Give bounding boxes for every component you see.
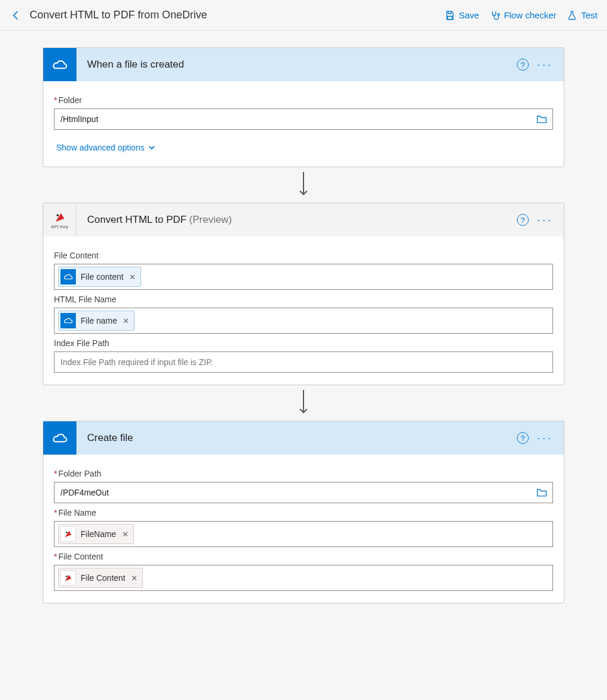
- step-convert-card: API Key Convert HTML to PDF (Preview) ? …: [43, 203, 564, 385]
- step-create-title: Create file: [76, 432, 517, 444]
- token-file-name[interactable]: File name ✕: [58, 311, 135, 331]
- flask-icon: [567, 10, 577, 21]
- folder-path-input[interactable]: [54, 482, 553, 503]
- step-trigger-header[interactable]: When a file is created ? ···: [43, 48, 564, 81]
- folder-input[interactable]: [54, 108, 553, 130]
- api-key-icon: API Key: [43, 203, 76, 236]
- save-button[interactable]: Save: [445, 10, 479, 21]
- convert-title-text: Convert HTML to PDF: [87, 214, 187, 225]
- flow-canvas: When a file is created ? ··· Folder Show…: [0, 31, 607, 639]
- api-key-label: API Key: [51, 224, 68, 229]
- file-content-input[interactable]: File content ✕: [54, 264, 553, 290]
- folder-picker-icon[interactable]: [536, 114, 548, 124]
- svg-point-0: [498, 14, 500, 15]
- step-convert-title: Convert HTML to PDF (Preview): [76, 214, 517, 226]
- save-icon: [445, 10, 455, 21]
- chevron-down-icon: [148, 144, 155, 151]
- step-convert-header[interactable]: API Key Convert HTML to PDF (Preview) ? …: [43, 203, 564, 236]
- token-file-content-out[interactable]: File Content ✕: [58, 568, 143, 588]
- back-button[interactable]: [9, 9, 23, 22]
- token-remove[interactable]: ✕: [121, 530, 130, 539]
- advanced-label: Show advanced options: [56, 143, 145, 152]
- folder-path-label: Folder Path: [54, 469, 553, 478]
- show-advanced-options[interactable]: Show advanced options: [56, 143, 155, 152]
- index-path-label: Index File Path: [54, 338, 553, 348]
- token-remove[interactable]: ✕: [130, 574, 139, 583]
- token-file-content[interactable]: File content ✕: [58, 267, 141, 287]
- token-label: File name: [81, 316, 117, 325]
- stethoscope-icon: [490, 10, 500, 21]
- connector-arrow: [296, 167, 311, 203]
- pdf4me-icon: [60, 570, 76, 586]
- onedrive-icon: [60, 313, 76, 328]
- flow-checker-button[interactable]: Flow checker: [490, 10, 556, 21]
- file-name-label: File Name: [54, 508, 553, 517]
- token-remove[interactable]: ✕: [122, 317, 130, 325]
- help-icon[interactable]: ?: [517, 432, 529, 444]
- more-menu[interactable]: ···: [537, 432, 553, 445]
- top-actions: Save Flow checker Test: [445, 10, 598, 21]
- index-placeholder: Index File Path required if input file i…: [60, 357, 213, 367]
- svg-point-1: [56, 214, 59, 216]
- index-path-input[interactable]: Index File Path required if input file i…: [54, 351, 553, 373]
- folder-picker-icon[interactable]: [536, 487, 548, 498]
- help-icon[interactable]: ?: [517, 59, 529, 71]
- test-button[interactable]: Test: [567, 10, 598, 21]
- pdf4me-icon: [53, 211, 66, 224]
- file-content-input[interactable]: File Content ✕: [54, 565, 553, 591]
- page-title: Convert HTML to PDF from OneDrive: [30, 9, 445, 21]
- more-menu[interactable]: ···: [537, 214, 553, 226]
- token-filename[interactable]: FileName ✕: [58, 524, 134, 544]
- svg-point-3: [66, 576, 68, 577]
- file-content-label: File Content: [54, 251, 553, 260]
- flow-checker-label: Flow checker: [504, 10, 556, 20]
- token-label: FileName: [81, 529, 116, 539]
- folder-path-field[interactable]: [59, 487, 536, 498]
- connector-arrow: [296, 385, 311, 421]
- token-label: File content: [81, 272, 123, 282]
- file-name-input[interactable]: FileName ✕: [54, 521, 553, 547]
- html-file-name-label: HTML File Name: [54, 295, 553, 304]
- onedrive-icon: [60, 269, 76, 285]
- more-menu[interactable]: ···: [537, 59, 553, 71]
- folder-label: Folder: [54, 95, 553, 105]
- preview-tag: (Preview): [189, 214, 232, 225]
- token-label: File Content: [81, 573, 125, 583]
- onedrive-icon: [43, 48, 76, 81]
- html-file-name-input[interactable]: File name ✕: [54, 308, 553, 334]
- step-trigger-title: When a file is created: [76, 59, 517, 71]
- pdf4me-icon: [60, 526, 76, 542]
- help-icon[interactable]: ?: [517, 214, 529, 226]
- save-label: Save: [459, 10, 479, 20]
- step-create-header[interactable]: Create file ? ···: [43, 421, 564, 455]
- folder-input-field[interactable]: [59, 114, 536, 124]
- file-content-label: File Content: [54, 552, 553, 561]
- test-label: Test: [581, 10, 598, 20]
- step-create-file-card: Create file ? ··· Folder Path File Name: [43, 421, 564, 603]
- top-bar: Convert HTML to PDF from OneDrive Save F…: [0, 0, 607, 31]
- step-trigger-card: When a file is created ? ··· Folder Show…: [43, 47, 564, 167]
- svg-point-2: [66, 532, 68, 533]
- onedrive-icon: [43, 421, 76, 455]
- token-remove[interactable]: ✕: [128, 273, 137, 282]
